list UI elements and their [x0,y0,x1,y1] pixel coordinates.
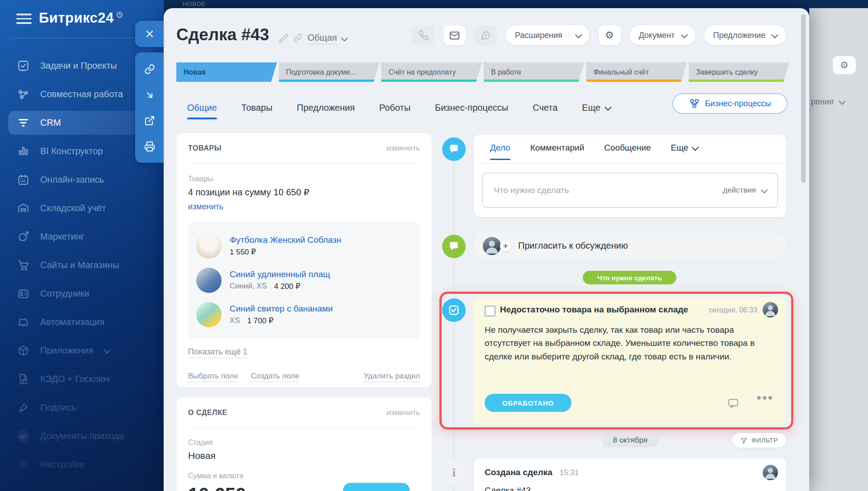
stage-new[interactable]: Новая [176,62,277,82]
chevron-down-icon [104,346,111,354]
arrival-docs-icon: ДП [17,430,29,442]
section-edit-link[interactable]: изменить [387,144,420,153]
deal-created-card: Создана сделка 15:31 Сделка #43 [474,458,786,491]
brand-logo[interactable]: Битрикс24 [39,10,123,26]
entry-title: Создана сделка [485,467,552,477]
tab-comment[interactable]: Комментарий [530,143,585,160]
timeline-composer-card: Дело Комментарий Сообщение Еще Что нужно… [474,135,786,217]
stage-in-progress[interactable]: В работе [484,62,585,82]
task-comment-icon[interactable] [727,397,739,409]
chat-button[interactable] [475,25,497,45]
products-edit-link[interactable]: изменить [188,202,223,212]
task-body-text: Не получается закрыть сделку, так как то… [485,323,769,363]
tab-more[interactable]: Еще [671,143,698,160]
offer-button[interactable]: Предложение [704,25,786,45]
task-title[interactable]: Недостаточно товара на выбранном складе [500,305,688,315]
menu-burger-icon[interactable] [16,14,32,24]
sidebar-item-marketing[interactable]: Маркетинг [0,222,164,251]
tab-activity[interactable]: Дело [490,143,510,160]
tab-robots[interactable]: Роботы [379,103,410,119]
processed-button[interactable]: ОБРАБОТАНО [485,394,571,412]
section-edit-link[interactable]: изменить [387,408,420,417]
extensions-button[interactable]: Расширения [506,25,590,45]
invite-label: Пригласить к обсуждению [518,241,628,251]
stage-prepay-invoice[interactable]: Счёт на предоплату [381,62,482,82]
background-gear-button[interactable]: ⚙ [833,56,856,74]
stage-docs[interactable]: Подготовка докуме... [279,62,380,82]
invite-to-discussion-row[interactable]: + Пригласить к обсуждению [474,232,786,259]
tab-products[interactable]: Товары [241,103,273,119]
composer-tabs: Дело Комментарий Сообщение Еще [490,143,697,160]
show-more-link[interactable]: Показать ещё 1 [188,347,247,358]
section-title: О СДЕЛКЕ [188,409,227,417]
products-section-card: ТОВАРЫ изменить Товары 4 позиции на сумм… [176,133,432,387]
sidebar-item-settings[interactable]: Настройки [0,450,164,479]
stage-label: Счёт на предоплату [388,68,456,76]
tab-quotes[interactable]: Предложения [297,103,355,119]
link-icon[interactable] [293,33,302,43]
stage-label: Завершить сделку [696,68,758,76]
collapse-icon[interactable] [144,90,155,100]
delete-section-link[interactable]: Удалить раздел [364,372,420,382]
bi-chart-icon [17,145,29,157]
tab-message[interactable]: Сообщение [604,143,651,160]
close-slider-button[interactable] [135,21,164,47]
sidebar-item-label: Автоматизация [40,317,104,327]
email-button[interactable] [443,25,466,45]
stage-close-deal[interactable]: Завершить сделку [689,62,789,82]
pipeline-selector[interactable]: Общая [307,33,346,44]
call-button[interactable] [412,25,434,45]
product-name-link[interactable]: Футболка Женский Соблазн [230,235,341,245]
panel-scrollbar[interactable] [801,14,806,183]
divider [474,163,786,163]
create-field-link[interactable]: Создать поле [251,372,299,382]
tab-invoices[interactable]: Счета [533,103,557,119]
stage-final-invoice[interactable]: Финальный счёт [586,62,687,82]
todo-group-badge: Что нужно сделать [583,271,676,284]
product-row: Синий удлиненный плащ Синий, XS4 200 ₽ [196,263,412,297]
product-name-link[interactable]: Синий свитер с бананами [230,304,333,314]
product-variant: XS [230,316,240,326]
product-name-link[interactable]: Синий удлиненный плащ [230,269,330,279]
sidebar-item-employees[interactable]: Сотрудники [0,279,164,308]
actions-dropdown[interactable]: действия [723,186,766,195]
avatar [763,302,778,317]
clock-icon [116,11,123,18]
tab-label: Товары [241,103,273,113]
add-participant-button[interactable]: + [500,241,511,251]
business-processes-button[interactable]: Бизнес-процессы [672,93,788,114]
screen: Битрикс24 Задачи и Проекты Совместная ра… [0,0,868,491]
sidebar-item-arrival-docs[interactable]: ДП Документы прихода [0,422,164,450]
sidebar-item-kedo[interactable]: КЭДО + Госключ [0,365,164,393]
sidebar-item-sites[interactable]: Сайты и Магазины [0,251,164,279]
select-field-link[interactable]: Выбрать поле [188,372,238,382]
chevron-down-icon [575,31,582,38]
cart-icon [17,259,29,271]
tab-business-processes[interactable]: Бизнес-процессы [435,103,508,119]
copy-link-icon[interactable] [144,64,155,75]
filter-button[interactable]: ФИЛЬТР [732,433,786,448]
sidebar-item-apps[interactable]: Приложения [0,336,164,365]
sidebar-item-booking[interactable]: Онлайн-запись [0,165,164,194]
document-button[interactable]: Документ [630,25,695,45]
print-icon[interactable] [144,141,155,152]
tab-general[interactable]: Общие [187,103,217,119]
document-label: Документ [639,31,675,40]
open-new-window-icon[interactable] [144,115,155,126]
divider [188,427,420,428]
tab-label: Дело [490,143,510,153]
sidebar-item-sign[interactable]: Подпись [0,393,164,422]
filter-label: ФИЛЬТР [751,437,778,444]
sidebar-item-warehouse[interactable]: Складской учёт [0,194,164,222]
product-price: 1 700 ₽ [247,316,274,326]
sidebar-item-label: Задачи и Проекты [40,61,117,71]
task-more-menu[interactable]: ••• [756,390,774,406]
cropped-action-button[interactable] [343,483,410,491]
todo-input[interactable]: Что нужно сделать действия [482,173,778,208]
task-checkbox[interactable] [485,306,495,316]
edit-title-icon[interactable] [279,33,288,43]
sidebar-item-automation[interactable]: Автоматизация [0,308,164,336]
settings-button[interactable]: ⚙ [599,25,621,45]
tab-more[interactable]: Еще [582,103,610,119]
sidebar-item-label: КЭДО + Госключ [40,374,110,384]
